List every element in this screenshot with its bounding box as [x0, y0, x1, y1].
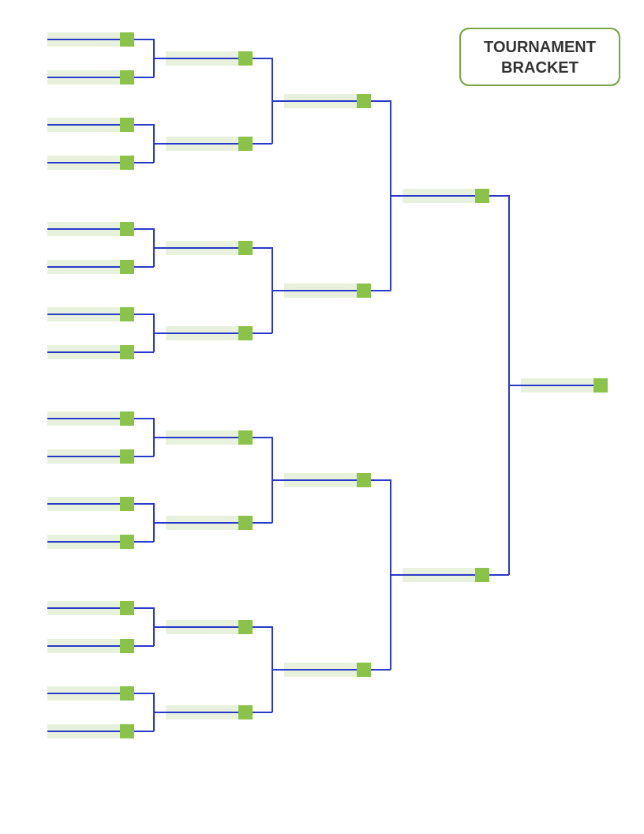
r1-slot-4 [47, 222, 134, 236]
r1-score-6 [120, 307, 134, 321]
r2-score-5 [238, 516, 253, 530]
r2-score-3 [238, 326, 253, 340]
r4-score-0 [475, 189, 489, 203]
r3-score-3 [357, 663, 371, 677]
r1-slot-11 [47, 535, 134, 549]
r1-slot-13 [47, 639, 134, 653]
r4-score-1 [475, 568, 489, 582]
final-slot [521, 378, 608, 393]
r1-slot-14 [47, 686, 134, 701]
r1-score-5 [120, 260, 134, 274]
r4-slot-1 [402, 568, 489, 582]
r2-slot-4 [166, 430, 253, 445]
r2-slot-1 [166, 137, 253, 151]
r3-slot-2 [284, 473, 371, 487]
r1-score-13 [120, 639, 134, 653]
r2-score-2 [238, 241, 253, 255]
r1-score-14 [120, 686, 134, 701]
r3-slot-0 [284, 94, 371, 108]
r2-score-7 [238, 705, 253, 719]
r2-score-0 [238, 51, 253, 66]
r1-slot-7 [47, 345, 134, 359]
r1-score-15 [120, 724, 134, 738]
r1-score-1 [120, 70, 134, 85]
r2-slot-3 [166, 326, 253, 340]
r1-slot-6 [47, 307, 134, 321]
r2-score-1 [238, 137, 253, 151]
r1-slot-0 [47, 32, 134, 47]
r1-score-9 [120, 449, 134, 464]
r1-slot-1 [47, 70, 134, 85]
r2-slot-6 [166, 620, 253, 634]
r1-score-4 [120, 222, 134, 236]
r2-slot-7 [166, 705, 253, 719]
r1-score-3 [120, 156, 134, 170]
r2-score-4 [238, 430, 253, 445]
r3-score-0 [357, 94, 371, 108]
r1-score-8 [120, 411, 134, 426]
r3-score-2 [357, 473, 371, 487]
r2-score-6 [238, 620, 253, 634]
r2-slot-0 [166, 51, 253, 66]
r1-score-0 [120, 32, 134, 47]
r3-slot-3 [284, 663, 371, 677]
final-score [593, 378, 608, 393]
r3-slot-1 [284, 284, 371, 298]
r1-score-7 [120, 345, 134, 359]
r1-slot-9 [47, 449, 134, 464]
r1-slot-15 [47, 724, 134, 738]
r1-score-2 [120, 118, 134, 132]
r1-score-11 [120, 535, 134, 549]
r1-slot-10 [47, 497, 134, 511]
r1-slot-8 [47, 411, 134, 426]
r1-slot-5 [47, 260, 134, 274]
r1-slot-2 [47, 118, 134, 132]
r2-slot-5 [166, 516, 253, 530]
r1-slot-3 [47, 156, 134, 170]
r1-score-10 [120, 497, 134, 511]
r3-score-1 [357, 284, 371, 298]
r1-score-12 [120, 601, 134, 615]
r4-slot-0 [402, 189, 489, 203]
r2-slot-2 [166, 241, 253, 255]
r1-slot-12 [47, 601, 134, 615]
